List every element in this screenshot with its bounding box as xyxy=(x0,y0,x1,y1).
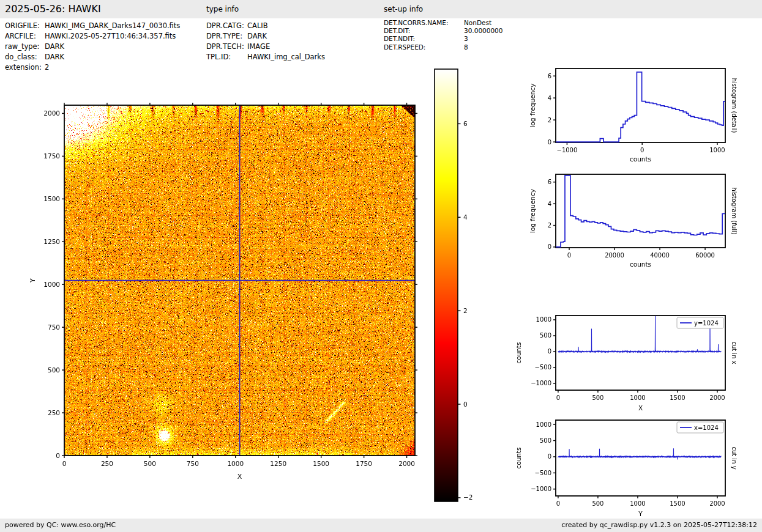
cut-y-series xyxy=(558,448,721,459)
cut-x-plot: 050010001500200010005000−500−1000Xcounts… xyxy=(515,316,738,412)
qc-report-page: 2025-05-26: HAWKI type info set-up info … xyxy=(0,0,762,532)
colorbar-gradient xyxy=(435,69,458,501)
metadata-value: HAWKI.2025-05-27T10:46:34.357.fits xyxy=(45,31,176,42)
y-tick-label: 500 xyxy=(540,437,551,444)
x-tick-label: 1000 xyxy=(630,500,645,507)
metadata-row: DPR.CATG:CALIB xyxy=(206,21,325,31)
metadata-value: NonDest xyxy=(464,19,491,27)
cut-y-legend: x=1024 xyxy=(677,422,723,433)
histogram-full-ylabel: log frequency xyxy=(529,189,536,233)
metadata-value: 30.0000000 xyxy=(464,27,502,35)
histogram-detail-side-label: histogram (detail) xyxy=(731,78,738,133)
metadata-label: raw_type: xyxy=(5,42,45,52)
y-tick-label: 0 xyxy=(548,139,551,146)
cut-y-side-label: cut in y xyxy=(731,446,738,469)
x-tick-label: 500 xyxy=(592,394,603,401)
setup-info-heading: set-up info xyxy=(384,5,423,13)
y-tick-label: 500 xyxy=(48,366,60,374)
y-tick-label: 0 xyxy=(548,243,551,250)
metadata-label: ORIGFILE: xyxy=(5,21,45,31)
y-tick-label: 1000 xyxy=(536,316,551,323)
x-tick-label: 2000 xyxy=(709,500,725,507)
type-info-block: DPR.CATG:CALIBDPR.TYPE:DARKDPR.TECH:IMAG… xyxy=(206,21,325,62)
x-tick-label: 0 xyxy=(62,460,67,467)
metadata-label: DET.NDIT: xyxy=(384,35,464,43)
histogram-full-axes-box xyxy=(556,174,725,248)
main-image-xlabel: X xyxy=(237,473,242,481)
metadata-value: HAWKI_IMG_DARK_Darks147_0030.fits xyxy=(45,21,180,31)
y-tick-label: 6 xyxy=(548,179,551,185)
x-tick-label: 1750 xyxy=(356,460,372,467)
cut-x-ylabel: counts xyxy=(515,342,522,363)
metadata-label: extension: xyxy=(5,62,45,73)
colorbar-tick-label: 0 xyxy=(463,401,468,408)
x-tick-label: 1500 xyxy=(670,500,685,507)
histogram-detail-series xyxy=(556,72,725,142)
metadata-label: DET.NCORRS.NAME: xyxy=(384,19,464,27)
metadata-row: DET.RSPEED:8 xyxy=(384,43,502,51)
cut-x-axes-box xyxy=(556,316,725,390)
metadata-value: 2 xyxy=(45,62,49,73)
cut-x-side-label: cut in x xyxy=(731,341,738,364)
y-tick-label: −500 xyxy=(535,364,551,371)
histogram-detail-xlabel: counts xyxy=(630,155,651,163)
detector-image xyxy=(64,105,415,456)
y-tick-label: 750 xyxy=(48,323,60,331)
x-tick-label: 20000 xyxy=(605,252,624,259)
metadata-value: HAWKI_img_cal_Darks xyxy=(247,52,325,62)
cut-y-xlabel: Y xyxy=(638,510,643,517)
y-tick-label: 2 xyxy=(548,222,551,229)
cut-x-legend: y=1024 xyxy=(677,317,723,328)
metadata-row: DET.NCORRS.NAME:NonDest xyxy=(384,19,502,27)
y-tick-label: 1000 xyxy=(43,281,60,288)
footer-left-text: powered by QC: www.eso.org/HC xyxy=(5,521,116,529)
x-tick-label: 1500 xyxy=(670,394,685,401)
metadata-label: TPL.ID: xyxy=(206,52,247,62)
metadata-value: 8 xyxy=(464,43,468,51)
metadata-row: DET.NDIT:3 xyxy=(384,35,502,43)
x-tick-label: −1000 xyxy=(557,147,578,153)
histogram-detail-ylabel: log frequency xyxy=(529,83,536,127)
metadata-value: DARK xyxy=(247,31,267,42)
page-title: 2025-05-26: HAWKI xyxy=(5,3,101,15)
cut-x-series xyxy=(558,316,721,353)
y-tick-label: 4 xyxy=(548,95,551,102)
x-tick-label: 1000 xyxy=(227,460,244,467)
metadata-label: DPR.CATG: xyxy=(206,21,247,31)
x-tick-label: 500 xyxy=(144,460,156,467)
cut-y-plot: 050010001500200010005000−500−1000Ycounts… xyxy=(515,420,738,517)
legend-label: x=1024 xyxy=(694,424,719,431)
metadata-label: do_class: xyxy=(5,52,45,62)
metadata-value: CALIB xyxy=(247,21,268,31)
x-tick-label: 60000 xyxy=(695,252,715,259)
histogram-full-plot: 02000040000600000246countslog frequencyh… xyxy=(529,174,738,268)
x-tick-label: 40000 xyxy=(650,252,670,259)
metadata-label: DET.RSPEED: xyxy=(384,43,464,51)
metadata-value: 3 xyxy=(464,35,468,43)
y-tick-label: 1750 xyxy=(43,152,60,160)
x-tick-label: 500 xyxy=(592,500,603,507)
x-tick-label: 250 xyxy=(101,460,113,467)
colorbar-tick-label: 6 xyxy=(463,120,468,127)
x-tick-label: 750 xyxy=(187,460,199,467)
y-tick-label: 0 xyxy=(548,348,551,355)
metadata-row: DET.DIT:30.0000000 xyxy=(384,27,502,35)
metadata-label: ARCFILE: xyxy=(5,31,45,42)
cut-y-axes-box xyxy=(556,420,725,496)
footer-bar: powered by QC: www.eso.org/HC created by… xyxy=(0,519,762,532)
y-tick-label: −500 xyxy=(535,470,551,476)
metadata-value: DARK xyxy=(45,52,64,62)
y-tick-label: 0 xyxy=(56,452,60,459)
metadata-row: DPR.TYPE:DARK xyxy=(206,31,325,42)
x-tick-label: 2000 xyxy=(709,394,725,401)
y-tick-label: 2 xyxy=(548,117,551,124)
y-tick-label: 500 xyxy=(540,332,551,339)
y-tick-label: 1250 xyxy=(43,238,60,245)
header-bar: 2025-05-26: HAWKI type info set-up info xyxy=(0,0,762,18)
metadata-row: raw_type:DARK xyxy=(5,42,180,52)
y-tick-label: 1500 xyxy=(43,195,60,202)
x-tick-label: 1250 xyxy=(270,460,286,467)
y-tick-label: 2000 xyxy=(43,109,60,117)
y-tick-label: −1000 xyxy=(531,380,551,386)
type-info-heading: type info xyxy=(206,5,239,13)
